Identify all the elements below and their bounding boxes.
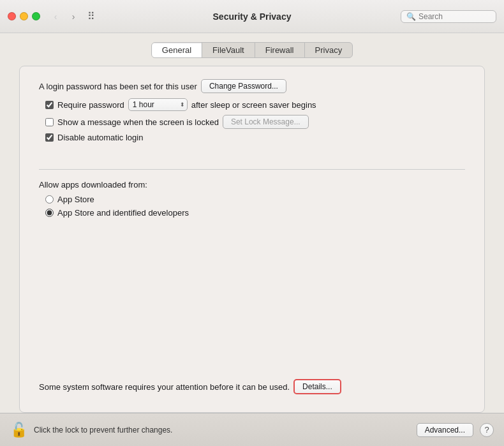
radio-app-store-row: App Store <box>45 195 465 204</box>
disable-login-checkbox[interactable] <box>45 133 54 142</box>
bottom-bar: 🔓 Click the lock to prevent further chan… <box>0 413 504 446</box>
traffic-lights <box>8 12 40 20</box>
set-lock-message-button[interactable]: Set Lock Message... <box>223 115 309 129</box>
radio-app-store-identified-row: App Store and identified developers <box>45 208 465 218</box>
allow-apps-label: Allow apps downloaded from: <box>39 180 147 190</box>
search-icon: 🔍 <box>406 12 416 21</box>
tab-firewall[interactable]: Firewall <box>255 43 305 57</box>
tab-filevault[interactable]: FileVault <box>202 43 255 57</box>
radio-app-store-identified-label: App Store and identified developers <box>57 208 189 218</box>
close-button[interactable] <box>8 12 16 20</box>
login-password-row: A login password has been set for this u… <box>39 79 465 93</box>
tab-general[interactable]: General <box>152 43 202 57</box>
login-password-label: A login password has been set for this u… <box>39 82 197 91</box>
titlebar: ‹ › ⠿ Security & Privacy 🔍 <box>0 0 504 33</box>
maximize-button[interactable] <box>32 12 40 20</box>
require-password-suffix: after sleep or screen saver begins <box>191 100 316 110</box>
tab-privacy[interactable]: Privacy <box>305 43 353 57</box>
minimize-button[interactable] <box>20 12 28 20</box>
window-title: Security & Privacy <box>213 11 292 22</box>
show-message-row: Show a message when the screen is locked… <box>45 115 465 129</box>
content-panel: A login password has been set for this u… <box>19 66 485 413</box>
change-password-button[interactable]: Change Password... <box>201 79 286 93</box>
advanced-button[interactable]: Advanced... <box>417 423 473 437</box>
search-box: 🔍 <box>401 10 496 23</box>
radio-app-store-identified[interactable] <box>45 209 54 217</box>
back-button[interactable]: ‹ <box>49 10 62 23</box>
grid-button[interactable]: ⠿ <box>85 10 98 23</box>
lock-label: Click the lock to prevent further change… <box>34 426 410 435</box>
lock-icon[interactable]: 🔓 <box>10 423 27 437</box>
tabs-container: General FileVault Firewall Privacy <box>0 33 504 58</box>
require-password-label: Require password <box>57 100 124 110</box>
main-area: General FileVault Firewall Privacy A log… <box>0 33 504 413</box>
radio-app-store[interactable] <box>45 195 54 204</box>
radio-app-store-label: App Store <box>57 195 94 204</box>
login-password-section: A login password has been set for this u… <box>39 79 465 146</box>
tab-group: General FileVault Firewall Privacy <box>151 42 353 58</box>
forward-button[interactable]: › <box>67 10 80 23</box>
require-password-checkbox[interactable] <box>45 101 54 109</box>
disable-login-label: Disable automatic login <box>57 133 143 142</box>
search-input[interactable] <box>419 12 491 21</box>
details-button[interactable]: Details... <box>293 379 341 394</box>
system-software-row: Some system software requires your atten… <box>39 373 465 394</box>
disable-login-row: Disable automatic login <box>45 133 465 142</box>
allow-apps-section: Allow apps downloaded from: App Store Ap… <box>39 180 465 221</box>
system-software-label: Some system software requires your atten… <box>39 382 290 392</box>
show-message-checkbox[interactable] <box>45 118 54 126</box>
section-divider <box>39 169 465 170</box>
show-message-label: Show a message when the screen is locked <box>57 117 219 127</box>
require-password-row: Require password immediately 5 seconds 1… <box>45 98 465 111</box>
require-password-select[interactable]: immediately 5 seconds 1 minute 5 minutes… <box>128 98 188 111</box>
allow-apps-header-row: Allow apps downloaded from: <box>39 180 465 190</box>
require-password-select-wrapper: immediately 5 seconds 1 minute 5 minutes… <box>128 98 188 111</box>
help-button[interactable]: ? <box>480 423 494 437</box>
